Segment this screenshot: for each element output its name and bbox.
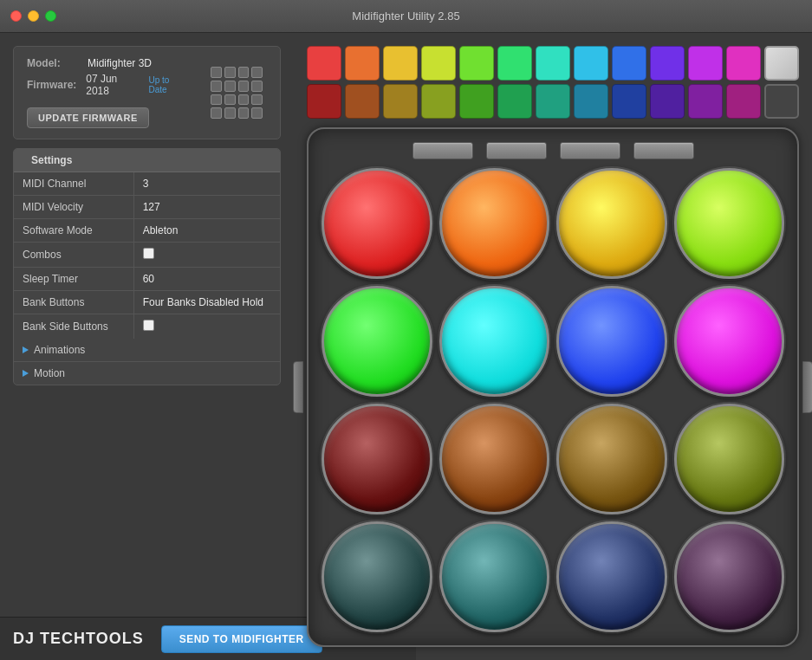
color-swatch-row2-11[interactable] — [726, 84, 761, 119]
icon-dot — [224, 94, 236, 106]
color-swatch-row2-0[interactable] — [307, 84, 341, 119]
setting-label: Bank Buttons — [14, 291, 133, 314]
color-row-2 — [307, 84, 799, 119]
triangle-icon — [23, 346, 29, 353]
setting-label: Software Mode — [14, 219, 133, 243]
collapsible-row-animations[interactable]: Animations — [14, 339, 280, 362]
color-swatch-row2-5[interactable] — [497, 84, 532, 119]
color-swatch-row1-2[interactable] — [383, 46, 418, 81]
settings-row: MIDI Velocity127 — [14, 196, 280, 219]
pad-button-3[interactable] — [674, 168, 785, 279]
color-swatch-row2-3[interactable] — [421, 84, 456, 119]
color-swatch-row1-7[interactable] — [574, 46, 608, 81]
setting-label: Bank Side Buttons — [14, 314, 133, 340]
pad-button-10[interactable] — [556, 404, 667, 514]
color-swatch-row1-3[interactable] — [421, 46, 456, 81]
color-swatch-row2-4[interactable] — [459, 84, 494, 119]
maximize-button[interactable] — [45, 10, 56, 22]
icon-dot — [224, 67, 236, 78]
collapsible-row-motion[interactable]: Motion — [14, 362, 280, 385]
left-panel: Model: Midifighter 3D Firmware: 07 Jun 2… — [0, 33, 294, 660]
side-button-right[interactable] — [802, 361, 812, 413]
settings-row: Combos — [14, 243, 280, 268]
color-swatch-row1-10[interactable] — [688, 46, 723, 81]
model-value: Midifighter 3D — [88, 57, 152, 69]
setting-label: MIDI Channel — [14, 172, 133, 196]
model-label: Model: — [27, 57, 88, 69]
icon-dot — [211, 81, 222, 92]
icon-dot — [211, 94, 222, 106]
color-swatch-row1-6[interactable] — [536, 46, 570, 81]
side-button-left[interactable] — [293, 361, 303, 413]
pad-button-4[interactable] — [322, 286, 432, 397]
settings-tab: Settings — [14, 149, 280, 172]
collapsible-label: Animations — [34, 344, 85, 356]
firmware-status: Up to Date — [148, 75, 189, 94]
top-button-2[interactable] — [486, 142, 547, 159]
device-info-panel: Model: Midifighter 3D Firmware: 07 Jun 2… — [13, 46, 281, 139]
color-swatch-row1-5[interactable] — [497, 46, 532, 81]
color-swatch-row2-12[interactable] — [764, 84, 799, 119]
pad-button-1[interactable] — [439, 168, 550, 279]
settings-row: Software ModeAbleton — [14, 219, 280, 243]
pad-button-11[interactable] — [674, 404, 785, 514]
update-firmware-button[interactable]: UPDATE FIRMWARE — [27, 107, 149, 128]
color-swatch-row2-2[interactable] — [383, 84, 418, 119]
setting-value: 127 — [133, 196, 280, 219]
main-content: Model: Midifighter 3D Firmware: 07 Jun 2… — [0, 33, 812, 660]
traffic-lights — [10, 10, 56, 22]
pad-button-8[interactable] — [322, 404, 432, 514]
pad-button-15[interactable] — [674, 521, 785, 632]
icon-dot — [238, 107, 250, 119]
pad-button-6[interactable] — [556, 286, 667, 397]
icon-dot — [238, 67, 250, 78]
pad-button-12[interactable] — [322, 521, 432, 632]
color-swatch-row2-6[interactable] — [536, 84, 570, 119]
icon-dot — [238, 81, 250, 92]
color-swatch-row2-1[interactable] — [345, 84, 380, 119]
color-swatch-row2-8[interactable] — [612, 84, 646, 119]
color-swatch-row1-8[interactable] — [612, 46, 646, 81]
color-swatch-row1-4[interactable] — [459, 46, 494, 81]
checkbox-icon[interactable] — [143, 320, 154, 331]
icon-dot — [251, 94, 263, 106]
dj-logo: DJ TECHTOOLS — [13, 630, 144, 648]
midifighter-device — [307, 127, 799, 647]
firmware-value: 07 Jun 2018 Up to Date — [86, 73, 189, 97]
color-swatch-row2-7[interactable] — [574, 84, 608, 119]
setting-value[interactable] — [133, 243, 280, 268]
settings-row: Sleep Timer60 — [14, 268, 280, 291]
spacer — [13, 394, 281, 647]
color-swatch-row1-9[interactable] — [650, 46, 685, 81]
color-palette — [307, 46, 799, 119]
window-title: Midifighter Utility 2.85 — [352, 10, 459, 23]
top-button-1[interactable] — [412, 142, 473, 159]
top-button-4[interactable] — [633, 142, 694, 159]
minimize-button[interactable] — [28, 10, 39, 22]
pad-button-7[interactable] — [674, 286, 785, 397]
pad-button-9[interactable] — [439, 404, 550, 514]
color-swatch-row1-11[interactable] — [726, 46, 761, 81]
color-swatch-row1-1[interactable] — [345, 46, 380, 81]
settings-table: MIDI Channel3MIDI Velocity127Software Mo… — [14, 172, 280, 339]
pad-button-13[interactable] — [439, 521, 550, 632]
settings-row: MIDI Channel3 — [14, 172, 280, 196]
checkbox-icon[interactable] — [143, 248, 154, 259]
pad-button-14[interactable] — [556, 521, 667, 632]
setting-label: Sleep Timer — [14, 268, 133, 291]
setting-value[interactable] — [133, 314, 280, 340]
device-icon-grid — [211, 67, 263, 119]
top-button-3[interactable] — [560, 142, 620, 159]
icon-dot — [251, 67, 263, 78]
pad-button-5[interactable] — [439, 286, 550, 397]
color-swatch-row1-12[interactable] — [764, 46, 799, 81]
color-swatch-row1-0[interactable] — [307, 46, 341, 81]
pad-button-0[interactable] — [322, 168, 432, 279]
color-swatch-row2-9[interactable] — [650, 84, 685, 119]
pad-button-2[interactable] — [556, 168, 667, 279]
close-button[interactable] — [10, 10, 22, 22]
device-info-text: Model: Midifighter 3D Firmware: 07 Jun 2… — [27, 57, 189, 128]
send-to-midifighter-button[interactable]: SEND TO MIDIFIGHTER — [161, 625, 322, 653]
color-swatch-row2-10[interactable] — [688, 84, 723, 119]
firmware-label: Firmware: — [27, 79, 86, 91]
